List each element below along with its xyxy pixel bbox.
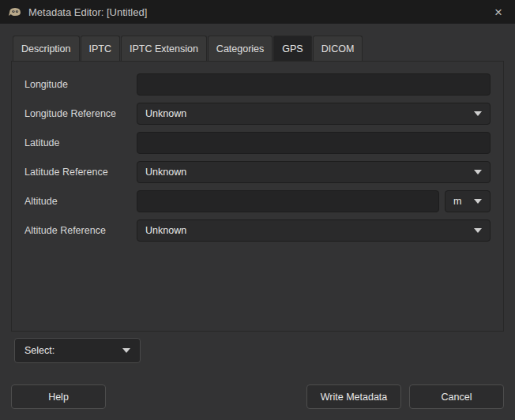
altitude-controls: m [137,190,491,212]
tab-gps[interactable]: GPS [273,36,311,61]
row-altitude: Altitude m [24,190,491,212]
select-row: Select: [0,332,515,363]
help-button[interactable]: Help [11,384,106,409]
row-longitude: Longitude [24,73,491,96]
row-latitude-reference: Latitude Reference Unknown [24,161,491,183]
dialog-footer: Help Write Metadata Cancel [0,384,515,420]
cancel-button[interactable]: Cancel [409,384,504,409]
tab-iptc-extension[interactable]: IPTC Extension [121,36,207,61]
metadata-editor-window: Metadata Editor: [Untitled] × Descriptio… [0,0,515,420]
longitude-reference-dropdown[interactable]: Unknown [137,103,491,125]
tab-iptc[interactable]: IPTC [81,36,120,61]
altitude-reference-value: Unknown [145,225,186,236]
longitude-input[interactable] [137,73,491,96]
altitude-input[interactable] [137,190,439,212]
row-longitude-reference: Longitude Reference Unknown [24,103,491,125]
altitude-unit-value: m [453,196,461,207]
chevron-down-icon [122,348,130,353]
row-latitude: Latitude [24,132,491,154]
altitude-reference-label: Altitude Reference [24,225,137,236]
tab-strip: Description IPTC IPTC Extension Categori… [0,24,515,61]
chevron-down-icon [474,228,482,233]
row-altitude-reference: Altitude Reference Unknown [24,219,491,242]
close-icon[interactable]: × [490,4,507,21]
tab-dicom[interactable]: DICOM [313,36,363,61]
altitude-reference-dropdown[interactable]: Unknown [137,219,491,242]
chevron-down-icon [474,170,482,174]
chevron-down-icon [474,199,482,204]
window-title: Metadata Editor: [Untitled] [28,6,483,18]
tab-description[interactable]: Description [13,36,80,61]
title-bar: Metadata Editor: [Untitled] × [0,0,515,24]
write-metadata-button[interactable]: Write Metadata [306,384,401,409]
footer-action-buttons: Write Metadata Cancel [306,384,504,409]
gimp-app-icon [8,6,22,18]
latitude-label: Latitude [24,137,137,148]
select-dropdown[interactable]: Select: [14,338,141,363]
gps-panel: Longitude Longitude Reference Unknown La… [11,61,504,332]
select-dropdown-label: Select: [24,345,55,356]
longitude-label: Longitude [24,79,137,90]
chevron-down-icon [474,111,482,116]
tab-categories[interactable]: Categories [208,36,273,61]
latitude-input[interactable] [137,132,491,154]
altitude-label: Altitude [24,196,137,207]
latitude-reference-value: Unknown [145,167,186,178]
longitude-reference-value: Unknown [145,108,186,119]
altitude-unit-dropdown[interactable]: m [445,190,491,212]
latitude-reference-label: Latitude Reference [24,167,137,178]
latitude-reference-dropdown[interactable]: Unknown [137,161,491,183]
longitude-reference-label: Longitude Reference [24,108,137,119]
